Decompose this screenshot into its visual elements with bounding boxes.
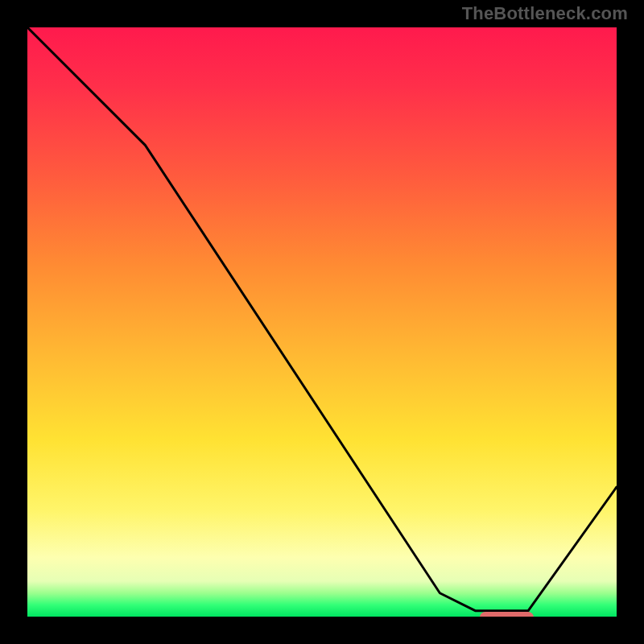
plot-area <box>24 24 620 620</box>
bottleneck-curve <box>27 27 617 617</box>
watermark-text: TheBottleneck.com <box>462 3 628 24</box>
chart-frame: TheBottleneck.com <box>0 0 644 644</box>
optimal-range-marker <box>480 612 534 620</box>
